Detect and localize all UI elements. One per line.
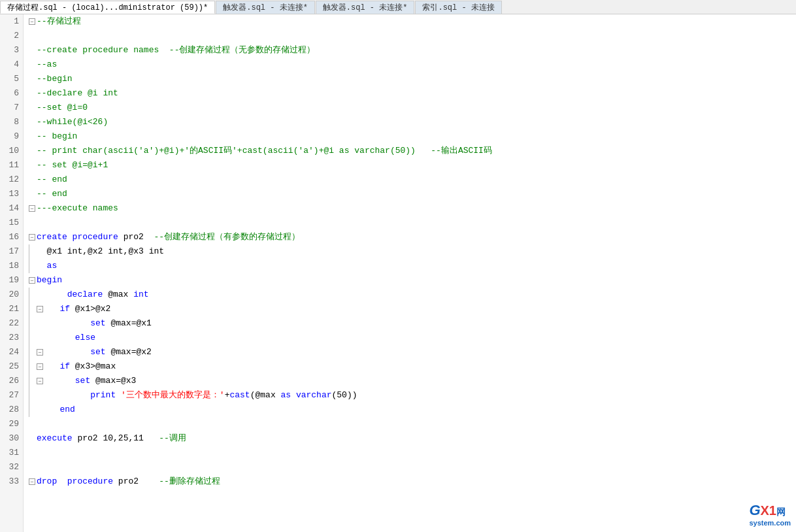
- ln-7: 7: [0, 101, 23, 115]
- ln-30: 30: [0, 431, 23, 446]
- ln-23: 23: [0, 331, 23, 345]
- ln-20: 20: [0, 288, 23, 302]
- ln-6: 6: [0, 86, 23, 101]
- collapse-14[interactable]: −: [29, 205, 35, 212]
- code-area[interactable]: − --存储过程 --create procedure names --创建存储…: [24, 14, 796, 532]
- ln-11: 11: [0, 158, 23, 173]
- ln-18: 18: [0, 259, 23, 273]
- code-line-26: − set @max=@x3: [29, 374, 796, 388]
- tab-stored-proc[interactable]: 存储过程.sql - (local)...dministrator (59))*: [0, 1, 215, 14]
- ln-5: 5: [0, 72, 23, 86]
- collapse-16[interactable]: −: [29, 234, 35, 241]
- ln-16: 16: [0, 230, 23, 244]
- code-line-20: declare @max int: [29, 288, 796, 302]
- tab-index[interactable]: 索引.sql - 未连接: [415, 1, 501, 14]
- collapse-24[interactable]: −: [37, 349, 43, 356]
- editor: 1 2 3 4 5 6 7 8 9 10 11 12 13 14 15 16 1…: [0, 14, 796, 532]
- ln-22: 22: [0, 316, 23, 331]
- code-line-7: --set @i=0: [29, 101, 796, 115]
- code-line-1: − --存储过程: [29, 14, 796, 29]
- ln-15: 15: [0, 216, 23, 230]
- collapse-21[interactable]: −: [37, 306, 43, 312]
- code-line-31: [29, 446, 796, 460]
- ln-21: 21: [0, 302, 23, 316]
- code-line-28: end: [29, 403, 796, 417]
- tab-trigger-1[interactable]: 触发器.sql - 未连接*: [216, 1, 315, 14]
- code-line-12: -- end: [29, 173, 796, 187]
- code-line-32: [29, 460, 796, 474]
- ln-12: 12: [0, 173, 23, 187]
- code-line-10: -- print char(ascii('a')+@i)+'的ASCII码'+c…: [29, 144, 796, 158]
- code-line-22: set @max=@x1: [29, 316, 796, 331]
- watermark-wang: 网: [776, 507, 786, 517]
- tab-trigger-2[interactable]: 触发器.sql - 未连接*: [316, 1, 415, 14]
- code-line-29: [29, 417, 796, 431]
- ln-1: 1: [0, 14, 23, 29]
- ln-4: 4: [0, 58, 23, 72]
- ln-13: 13: [0, 187, 23, 201]
- ln-9: 9: [0, 129, 23, 144]
- code-line-2: [29, 29, 796, 43]
- tab-bar: 存储过程.sql - (local)...dministrator (59))*…: [0, 0, 796, 14]
- code-line-17: @x1 int,@x2 int,@x3 int: [29, 244, 796, 259]
- ln-33: 33: [0, 474, 23, 489]
- code-line-5: --begin: [29, 72, 796, 86]
- watermark-g: G: [749, 502, 760, 518]
- collapse-1[interactable]: −: [29, 18, 35, 25]
- code-line-16: − create procedure pro2 --创建存储过程（有参数的存储过…: [29, 230, 796, 244]
- ln-26: 26: [0, 374, 23, 388]
- ln-2: 2: [0, 29, 23, 43]
- ln-28: 28: [0, 403, 23, 417]
- code-line-9: -- begin: [29, 129, 796, 144]
- ln-14: 14: [0, 201, 23, 216]
- ln-17: 17: [0, 244, 23, 259]
- watermark: GX1网 system.com: [749, 502, 791, 527]
- ln-25: 25: [0, 359, 23, 374]
- code-line-11: -- set @i=@i+1: [29, 158, 796, 173]
- code-line-14: − ---execute names: [29, 201, 796, 216]
- watermark-xi: X1: [761, 503, 776, 518]
- ln-10: 10: [0, 144, 23, 158]
- code-line-21: − if @x1>@x2: [29, 302, 796, 316]
- code-line-27: print '三个数中最大的数字是：'+cast(@max as varchar…: [29, 388, 796, 403]
- collapse-33[interactable]: −: [29, 478, 35, 485]
- ln-31: 31: [0, 446, 23, 460]
- ln-29: 29: [0, 417, 23, 431]
- code-line-24: − set @max=@x2: [29, 345, 796, 359]
- ln-8: 8: [0, 115, 23, 129]
- code-line-15: [29, 216, 796, 230]
- code-line-3: --create procedure names --创建存储过程（无参数的存储…: [29, 43, 796, 58]
- ln-27: 27: [0, 388, 23, 403]
- code-line-18: as: [29, 259, 796, 273]
- ln-19: 19: [0, 273, 23, 288]
- collapse-19[interactable]: −: [29, 277, 35, 284]
- code-line-19: − begin: [29, 273, 796, 288]
- collapse-26[interactable]: −: [37, 378, 43, 384]
- ln-32: 32: [0, 460, 23, 474]
- ln-24: 24: [0, 345, 23, 359]
- collapse-25[interactable]: −: [37, 363, 43, 370]
- code-line-8: --while(@i<26): [29, 115, 796, 129]
- code-line-23: else: [29, 331, 796, 345]
- code-line-6: --declare @i int: [29, 86, 796, 101]
- code-line-4: --as: [29, 58, 796, 72]
- line-numbers: 1 2 3 4 5 6 7 8 9 10 11 12 13 14 15 16 1…: [0, 14, 24, 532]
- ln-3: 3: [0, 43, 23, 58]
- code-line-30: execute pro2 10,25,11 --调用: [29, 431, 796, 446]
- code-line-33: − drop procedure pro2 --删除存储过程: [29, 474, 796, 489]
- code-line-25: − if @x3>@max: [29, 359, 796, 374]
- code-line-13: -- end: [29, 187, 796, 201]
- watermark-url: system.com: [749, 519, 791, 527]
